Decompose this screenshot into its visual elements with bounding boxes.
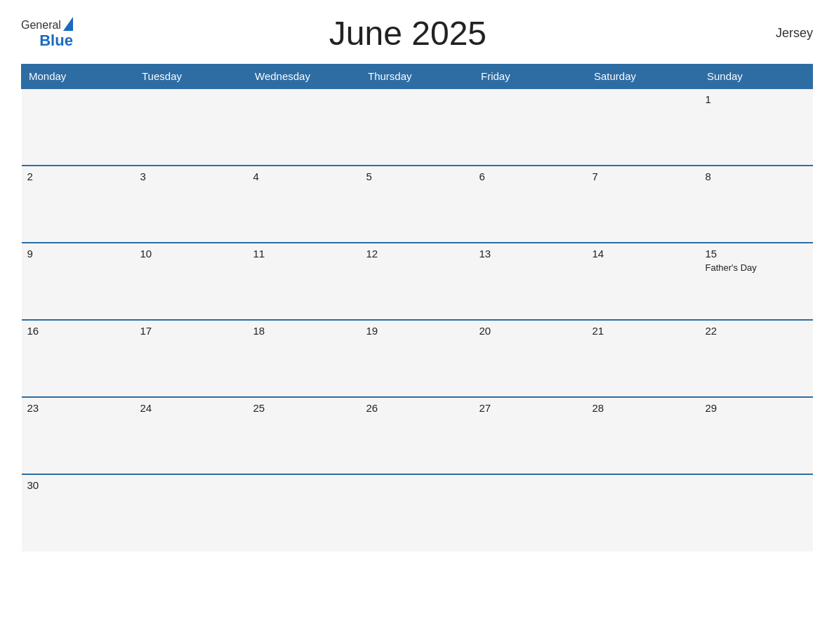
day-number: 26 bbox=[366, 402, 468, 414]
calendar-cell: 6 bbox=[474, 166, 587, 243]
col-friday: Friday bbox=[474, 65, 587, 89]
day-number: 5 bbox=[366, 170, 468, 182]
calendar-cell: 11 bbox=[248, 243, 361, 320]
day-number: 23 bbox=[27, 402, 129, 414]
calendar-cell: 24 bbox=[135, 397, 248, 474]
col-tuesday: Tuesday bbox=[135, 65, 248, 89]
calendar-cell: 29 bbox=[700, 397, 813, 474]
day-number: 7 bbox=[593, 170, 694, 182]
calendar-cell: 14 bbox=[587, 243, 700, 320]
calendar-cell: 22 bbox=[700, 320, 813, 397]
calendar-cell: 18 bbox=[248, 320, 361, 397]
day-number: 4 bbox=[253, 170, 355, 182]
day-number: 25 bbox=[253, 402, 355, 414]
day-number: 16 bbox=[27, 325, 129, 337]
col-wednesday: Wednesday bbox=[248, 65, 361, 89]
calendar-cell: 17 bbox=[135, 320, 248, 397]
calendar-cell: 2 bbox=[22, 166, 135, 243]
calendar-cell: 1 bbox=[700, 88, 813, 166]
calendar-cell bbox=[361, 474, 474, 551]
day-number: 11 bbox=[253, 248, 355, 260]
logo-triangle-icon bbox=[63, 17, 73, 31]
calendar-cell: 27 bbox=[474, 397, 587, 474]
calendar-cell: 19 bbox=[361, 320, 474, 397]
calendar-cell bbox=[587, 88, 700, 166]
calendar-week-row: 2345678 bbox=[22, 166, 813, 243]
calendar-cell bbox=[474, 474, 587, 551]
calendar-cell bbox=[700, 474, 813, 551]
day-number: 27 bbox=[479, 402, 581, 414]
day-number: 24 bbox=[140, 402, 242, 414]
calendar-cell: 15Father's Day bbox=[700, 243, 813, 320]
calendar-cell bbox=[474, 88, 587, 166]
col-thursday: Thursday bbox=[361, 65, 474, 89]
calendar-cell bbox=[22, 88, 135, 166]
calendar-cell: 20 bbox=[474, 320, 587, 397]
calendar-cell: 10 bbox=[135, 243, 248, 320]
calendar-cell: 13 bbox=[474, 243, 587, 320]
day-number: 21 bbox=[593, 325, 694, 337]
calendar-header-row: Monday Tuesday Wednesday Thursday Friday… bbox=[22, 65, 813, 89]
calendar-cell: 8 bbox=[700, 166, 813, 243]
day-number: 14 bbox=[593, 248, 694, 260]
calendar-cell bbox=[248, 474, 361, 551]
calendar-cell bbox=[248, 88, 361, 166]
day-number: 3 bbox=[140, 170, 242, 182]
logo-general-text: General bbox=[21, 19, 61, 32]
calendar-cell: 16 bbox=[22, 320, 135, 397]
calendar-event: Father's Day bbox=[706, 262, 807, 273]
col-monday: Monday bbox=[22, 65, 135, 89]
day-number: 20 bbox=[479, 325, 581, 337]
day-number: 6 bbox=[479, 170, 581, 182]
calendar-cell: 30 bbox=[22, 474, 135, 551]
calendar-cell: 5 bbox=[361, 166, 474, 243]
day-number: 10 bbox=[140, 248, 242, 260]
calendar-cell: 23 bbox=[22, 397, 135, 474]
calendar-cell: 9 bbox=[22, 243, 135, 320]
calendar-cell: 25 bbox=[248, 397, 361, 474]
day-number: 28 bbox=[593, 402, 694, 414]
day-number: 17 bbox=[140, 325, 242, 337]
calendar-cell: 12 bbox=[361, 243, 474, 320]
day-number: 2 bbox=[27, 170, 129, 182]
day-number: 13 bbox=[479, 248, 581, 260]
calendar-cell: 28 bbox=[587, 397, 700, 474]
calendar-cell: 4 bbox=[248, 166, 361, 243]
day-number: 18 bbox=[253, 325, 355, 337]
day-number: 29 bbox=[706, 402, 807, 414]
col-saturday: Saturday bbox=[587, 65, 700, 89]
calendar-title: June 2025 bbox=[73, 14, 743, 53]
day-number: 12 bbox=[366, 248, 468, 260]
day-number: 19 bbox=[366, 325, 468, 337]
calendar-week-row: 9101112131415Father's Day bbox=[22, 243, 813, 320]
day-number: 8 bbox=[706, 170, 807, 182]
calendar-table: Monday Tuesday Wednesday Thursday Friday… bbox=[21, 64, 813, 551]
calendar-cell: 26 bbox=[361, 397, 474, 474]
calendar-week-row: 16171819202122 bbox=[22, 320, 813, 397]
calendar-cell bbox=[135, 474, 248, 551]
day-number: 9 bbox=[27, 248, 129, 260]
day-number: 22 bbox=[706, 325, 807, 337]
calendar-week-row: 30 bbox=[22, 474, 813, 551]
calendar-cell bbox=[135, 88, 248, 166]
page-header: General Blue June 2025 Jersey bbox=[21, 14, 813, 53]
calendar-cell bbox=[587, 474, 700, 551]
calendar-cell: 3 bbox=[135, 166, 248, 243]
day-number: 1 bbox=[706, 93, 807, 105]
day-number: 15 bbox=[706, 248, 807, 260]
calendar-week-row: 1 bbox=[22, 88, 813, 166]
logo-blue-text: Blue bbox=[21, 32, 73, 49]
calendar-cell: 7 bbox=[587, 166, 700, 243]
day-number: 30 bbox=[27, 479, 129, 491]
calendar-week-row: 23242526272829 bbox=[22, 397, 813, 474]
calendar-cell: 21 bbox=[587, 320, 700, 397]
calendar-cell bbox=[361, 88, 474, 166]
region-label: Jersey bbox=[743, 26, 813, 41]
col-sunday: Sunday bbox=[700, 65, 813, 89]
logo: General Blue bbox=[21, 17, 73, 49]
